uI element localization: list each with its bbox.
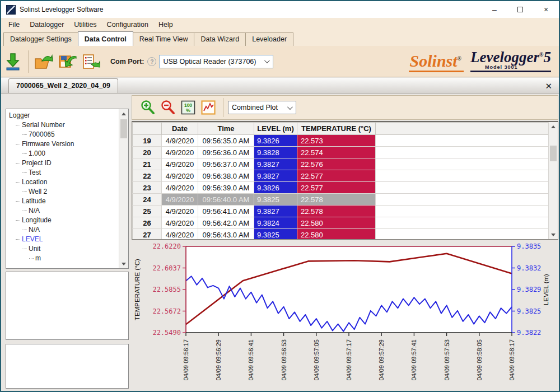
document-close-icon[interactable]: ✕: [545, 82, 552, 90]
table-scrollbar-thumb[interactable]: [550, 146, 557, 161]
cell-date[interactable]: 4/9/2020: [162, 206, 198, 217]
cell-temp[interactable]: 22.578: [297, 194, 376, 206]
header-date[interactable]: Date: [162, 123, 198, 135]
header-row-number[interactable]: [133, 123, 162, 135]
zoom-out-button[interactable]: [158, 97, 178, 118]
cell-temp[interactable]: 22.574: [297, 147, 376, 158]
plot-style-button[interactable]: [198, 97, 218, 118]
cell-date[interactable]: 4/9/2020: [162, 158, 198, 170]
cell-date[interactable]: 4/9/2020: [162, 170, 198, 182]
tree-item[interactable]: Test: [6, 168, 128, 178]
cell-level[interactable]: 9.3827: [254, 206, 297, 217]
tab-real-time-view[interactable]: Real Time View: [133, 32, 195, 46]
menu-configuration[interactable]: Configuration: [102, 19, 153, 30]
com-port-select[interactable]: USB Optical Reader (373706): [159, 55, 273, 68]
tree-item[interactable]: Well 2: [6, 187, 128, 197]
cell-num[interactable]: 27: [133, 229, 162, 240]
cell-level[interactable]: 9.3826: [254, 135, 297, 147]
cell-time[interactable]: 09:56:38.0 AM: [198, 170, 254, 182]
cell-temp[interactable]: 22.577: [297, 170, 376, 182]
download-data-button[interactable]: [1, 49, 25, 74]
cell-level[interactable]: 9.3825: [254, 229, 297, 240]
cell-temp[interactable]: 22.580: [297, 217, 376, 229]
scroll-up-icon[interactable]: [549, 122, 558, 131]
scroll-down-icon[interactable]: [119, 259, 128, 268]
help-icon[interactable]: ?: [147, 57, 156, 66]
cell-num[interactable]: 23: [133, 182, 162, 194]
cell-temp[interactable]: 22.580: [297, 229, 376, 240]
header-level[interactable]: LEVEL (m): [254, 123, 297, 135]
cell-time[interactable]: 09:56:41.0 AM: [198, 206, 254, 217]
menu-file[interactable]: File: [3, 19, 25, 30]
cell-temp[interactable]: 22.577: [297, 182, 376, 194]
tree-item[interactable]: Longitude: [6, 216, 128, 225]
maximize-button[interactable]: [507, 1, 533, 18]
export-data-button[interactable]: [79, 49, 102, 74]
tree-item[interactable]: N/A: [6, 225, 128, 235]
cell-time[interactable]: 09:56:39.0 AM: [198, 182, 254, 194]
table-row[interactable]: 234/9/202009:56:39.0 AM9.382622.577: [133, 182, 549, 194]
tree-item[interactable]: N/A: [6, 206, 128, 216]
cell-date[interactable]: 4/9/2020: [162, 147, 198, 158]
tab-leveloader[interactable]: Leveloader: [245, 32, 293, 46]
tree-item[interactable]: LEVEL: [6, 235, 128, 244]
table-row[interactable]: 224/9/202009:56:38.0 AM9.382722.577: [133, 170, 549, 182]
menu-help[interactable]: Help: [153, 19, 178, 30]
cell-date[interactable]: 4/9/2020: [162, 135, 198, 147]
tree-item[interactable]: 1.000: [6, 149, 128, 158]
cell-num[interactable]: 20: [133, 147, 162, 158]
table-row[interactable]: 214/9/202009:56:37.0 AM9.382722.576: [133, 158, 549, 170]
table-scrollbar[interactable]: [548, 122, 558, 239]
cell-time[interactable]: 09:56:40.0 AM: [198, 194, 254, 206]
cell-time[interactable]: 09:56:36.0 AM: [198, 147, 254, 158]
cell-num[interactable]: 21: [133, 158, 162, 170]
cell-temp[interactable]: 22.576: [297, 158, 376, 170]
table-row[interactable]: 204/9/202009:56:36.0 AM9.382822.574: [133, 147, 549, 158]
tree-item[interactable]: Serial Number: [6, 120, 128, 130]
cell-num[interactable]: 22: [133, 170, 162, 182]
zoom-100-button[interactable]: 100 %: [178, 97, 198, 118]
chart-canvas[interactable]: 22.622022.603722.585522.567222.54909.383…: [132, 241, 558, 391]
table-row[interactable]: 254/9/202009:56:41.0 AM9.382722.578: [133, 206, 549, 217]
cell-level[interactable]: 9.3826: [254, 182, 297, 194]
cell-date[interactable]: 4/9/2020: [162, 229, 198, 240]
zoom-in-button[interactable]: [138, 97, 158, 118]
cell-num[interactable]: 24: [133, 194, 162, 206]
menu-datalogger[interactable]: Datalogger: [25, 19, 69, 30]
cell-date[interactable]: 4/9/2020: [162, 217, 198, 229]
tree-scrollbar-thumb[interactable]: [120, 119, 127, 138]
table-row[interactable]: 274/9/202009:56:43.0 AM9.382522.580: [133, 229, 549, 240]
tree-item[interactable]: m: [6, 254, 128, 263]
cell-time[interactable]: 09:56:35.0 AM: [198, 135, 254, 147]
cell-time[interactable]: 09:56:42.0 AM: [198, 217, 254, 229]
tab-data-control[interactable]: Data Control: [78, 31, 133, 46]
cell-num[interactable]: 25: [133, 206, 162, 217]
tab-data-wizard[interactable]: Data Wizard: [194, 32, 246, 46]
tree-scrollbar[interactable]: [119, 109, 128, 268]
cell-level[interactable]: 9.3827: [254, 170, 297, 182]
cell-time[interactable]: 09:56:43.0 AM: [198, 229, 254, 240]
save-file-button[interactable]: [55, 49, 79, 74]
cell-date[interactable]: 4/9/2020: [162, 194, 198, 206]
cell-date[interactable]: 4/9/2020: [162, 182, 198, 194]
cell-num[interactable]: 19: [133, 135, 162, 147]
tree-item[interactable]: Firmware Version: [6, 139, 128, 149]
scroll-up-icon[interactable]: [119, 109, 128, 118]
minimize-button[interactable]: –: [482, 1, 507, 18]
cell-level[interactable]: 9.3825: [254, 194, 297, 206]
cell-temp[interactable]: 22.573: [297, 135, 376, 147]
tree-item[interactable]: Logger: [6, 111, 128, 120]
header-temperature[interactable]: TEMPERATURE (°C): [297, 123, 376, 135]
tree-item[interactable]: Unit: [6, 244, 128, 254]
cell-level[interactable]: 9.3827: [254, 158, 297, 170]
cell-temp[interactable]: 22.578: [297, 206, 376, 217]
tab-datalogger-settings[interactable]: Datalogger Settings: [3, 32, 78, 46]
tree-item[interactable]: Location: [6, 178, 128, 187]
table-row[interactable]: 264/9/202009:56:42.0 AM9.382422.580: [133, 217, 549, 229]
cell-level[interactable]: 9.3824: [254, 217, 297, 229]
document-tab[interactable]: 7000065_Well 2_2020_04_09: [8, 78, 118, 93]
table-row[interactable]: 244/9/202009:56:40.0 AM9.382522.578: [133, 194, 549, 206]
tree-item[interactable]: Project ID: [6, 158, 128, 168]
close-button[interactable]: ×: [533, 1, 559, 18]
cell-level[interactable]: 9.3828: [254, 147, 297, 158]
